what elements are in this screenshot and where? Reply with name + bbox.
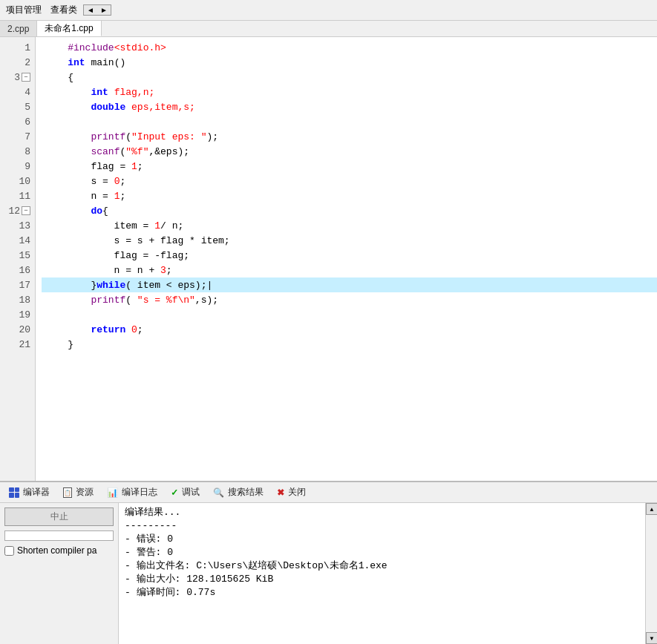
scroll-up-button[interactable]: ▲ (646, 503, 657, 515)
code-line-16[interactable]: n = n + 3; (42, 263, 657, 277)
code-line-15[interactable]: flag = -flag; (42, 248, 657, 263)
code-line-2[interactable]: int main() (42, 55, 657, 70)
code-line-21[interactable]: } (42, 337, 657, 352)
line-number-10: 10 (0, 174, 35, 188)
code-line-5[interactable]: double eps,item,s; (42, 99, 657, 114)
stop-button[interactable]: 中止 (4, 507, 114, 526)
output-line: - 输出大小: 128.1015625 KiB (125, 573, 639, 586)
line-number-4: 4 (0, 85, 35, 99)
code-line-9[interactable]: flag = 1; (42, 159, 657, 174)
code-line-7[interactable]: printf("Input eps: "); (42, 129, 657, 144)
code-line-18[interactable]: printf( "s = %f\n",s); (42, 292, 657, 307)
tab-resources[interactable]: 📋 资源 (57, 484, 99, 500)
code-line-1[interactable]: #include<stdio.h> (42, 40, 657, 55)
line-number-16: 16 (0, 263, 35, 277)
code-content[interactable]: #include<stdio.h> int main() { int flag,… (36, 37, 657, 481)
line-number-21: 21 (0, 337, 35, 352)
code-line-17[interactable]: }while( item < eps);| (42, 277, 657, 292)
right-scrollbar: ▲ ▼ (645, 503, 657, 644)
tab-close[interactable]: ✖ 关闭 (271, 484, 312, 500)
tab-build-log[interactable]: 📊 编译日志 (101, 484, 163, 500)
output-line: - 错误: 0 (125, 533, 639, 546)
nav-right-button[interactable]: ► (97, 5, 111, 15)
line-number-5: 5 (0, 99, 35, 114)
code-line-4[interactable]: int flag,n; (42, 85, 657, 99)
line-number-15: 15 (0, 248, 35, 263)
line-number-11: 11 (0, 188, 35, 203)
bar-chart-icon: 📊 (107, 487, 118, 498)
output-line: - 编译时间: 0.77s (125, 586, 639, 599)
line-number-17: 17 (0, 277, 35, 292)
line-number-13: 13 (0, 218, 35, 233)
shorten-checkbox-row: Shorten compiler pa (4, 545, 114, 556)
compiler-output[interactable]: 编译结果...---------- 错误: 0- 警告: 0- 输出文件名: C… (119, 503, 645, 644)
output-line: --------- (125, 519, 639, 533)
shorten-label: Shorten compiler pa (17, 545, 97, 556)
line-numbers: 123−456789101112−131415161718192021 (0, 37, 36, 481)
line-number-12: 12− (0, 203, 35, 218)
code-line-10[interactable]: s = 0; (42, 174, 657, 188)
line-number-2: 2 (0, 55, 35, 70)
grid-icon-compiler (9, 487, 19, 498)
output-line: - 输出文件名: C:\Users\赵培硕\Desktop\未命名1.exe (125, 559, 639, 573)
tab-search-results[interactable]: 🔍 搜索结果 (207, 484, 269, 500)
search-icon: 🔍 (213, 487, 224, 498)
scroll-track[interactable] (646, 515, 657, 632)
line-number-8: 8 (0, 144, 35, 159)
tab-compiler[interactable]: 编译器 (3, 484, 56, 500)
line-number-1: 1 (0, 40, 35, 55)
code-line-8[interactable]: scanf("%f",&eps); (42, 144, 657, 159)
bottom-panel: 编译器 📋 资源 📊 编译日志 ✓ 调试 🔍 搜索结果 ✖ 关闭 (0, 481, 657, 644)
bottom-content: 中止 Shorten compiler pa 编译结果...----------… (0, 503, 657, 644)
output-line: 编译结果... (125, 506, 639, 519)
bottom-tabs-bar: 编译器 📋 资源 📊 编译日志 ✓ 调试 🔍 搜索结果 ✖ 关闭 (0, 482, 657, 503)
code-line-13[interactable]: item = 1/ n; (42, 218, 657, 233)
line-number-9: 9 (0, 159, 35, 174)
scroll-down-button[interactable]: ▼ (646, 632, 657, 644)
line-number-6: 6 (0, 114, 35, 129)
code-line-20[interactable]: return 0; (42, 322, 657, 337)
code-line-19[interactable] (42, 307, 657, 322)
main-area: 123−456789101112−131415161718192021 #inc… (0, 37, 657, 644)
view-class-button[interactable]: 查看类 (48, 2, 80, 18)
clipboard-icon: 📋 (63, 487, 72, 498)
nav-left-button[interactable]: ◄ (84, 5, 97, 15)
check-icon: ✓ (171, 487, 178, 498)
top-toolbar: 项目管理 查看类 ◄ ► (0, 0, 657, 21)
tab-2cpp[interactable]: 2.cpp (0, 21, 37, 36)
line-number-7: 7 (0, 129, 35, 144)
tab-bar: 2.cpp 未命名1.cpp (0, 21, 657, 37)
left-controls: 中止 Shorten compiler pa (0, 503, 119, 644)
tab-unnamed1cpp[interactable]: 未命名1.cpp (37, 21, 101, 36)
line-number-20: 20 (0, 322, 35, 337)
code-editor: 123−456789101112−131415161718192021 #inc… (0, 37, 657, 481)
fold-icon-12[interactable]: − (22, 206, 30, 215)
code-line-11[interactable]: n = 1; (42, 188, 657, 203)
code-line-14[interactable]: s = s + flag * item; (42, 233, 657, 248)
line-number-19: 19 (0, 307, 35, 322)
tab-debug[interactable]: ✓ 调试 (165, 484, 206, 500)
line-number-3: 3− (0, 70, 35, 85)
line-number-14: 14 (0, 233, 35, 248)
close-icon: ✖ (277, 487, 284, 498)
line-number-18: 18 (0, 292, 35, 307)
output-line: - 警告: 0 (125, 546, 639, 559)
shorten-checkbox[interactable] (4, 546, 14, 556)
fold-icon-3[interactable]: − (22, 73, 30, 82)
nav-arrows: ◄ ► (83, 4, 111, 16)
code-line-12[interactable]: do{ (42, 203, 657, 218)
project-manager-button[interactable]: 项目管理 (3, 2, 45, 18)
progress-bar (4, 530, 114, 541)
code-line-6[interactable] (42, 114, 657, 129)
code-line-3[interactable]: { (42, 70, 657, 85)
